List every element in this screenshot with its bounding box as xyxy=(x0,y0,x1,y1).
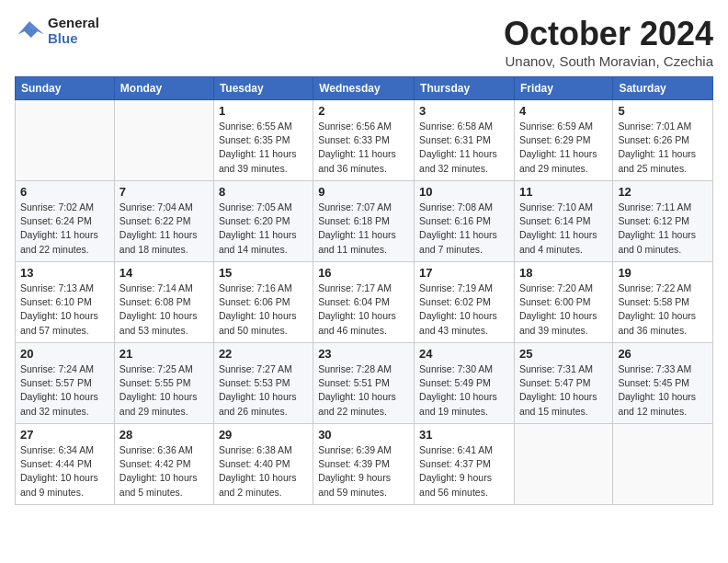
logo-text-line2: Blue xyxy=(48,30,99,46)
day-info: Sunrise: 7:04 AM Sunset: 6:22 PM Dayligh… xyxy=(119,201,209,257)
day-info: Sunrise: 7:31 AM Sunset: 5:47 PM Dayligh… xyxy=(519,362,608,419)
calendar-cell: 9Sunrise: 7:07 AM Sunset: 6:18 PM Daylig… xyxy=(313,181,415,262)
logo-icon xyxy=(15,17,44,43)
day-info: Sunrise: 7:25 AM Sunset: 5:55 PM Dayligh… xyxy=(119,362,209,419)
calendar-week-1: 1Sunrise: 6:55 AM Sunset: 6:35 PM Daylig… xyxy=(16,100,713,181)
calendar-cell: 22Sunrise: 7:27 AM Sunset: 5:53 PM Dayli… xyxy=(213,343,313,424)
day-number: 31 xyxy=(419,428,509,442)
calendar-cell xyxy=(514,424,612,505)
calendar-cell: 5Sunrise: 7:01 AM Sunset: 6:26 PM Daylig… xyxy=(613,100,713,181)
day-number: 2 xyxy=(318,104,409,118)
calendar-cell: 4Sunrise: 6:59 AM Sunset: 6:29 PM Daylig… xyxy=(514,100,612,181)
day-info: Sunrise: 6:39 AM Sunset: 4:39 PM Dayligh… xyxy=(318,443,409,500)
day-info: Sunrise: 7:11 AM Sunset: 6:12 PM Dayligh… xyxy=(618,201,708,257)
day-number: 28 xyxy=(119,428,209,442)
day-info: Sunrise: 6:56 AM Sunset: 6:33 PM Dayligh… xyxy=(318,120,409,176)
calendar-cell: 24Sunrise: 7:30 AM Sunset: 5:49 PM Dayli… xyxy=(415,343,515,424)
calendar-cell: 30Sunrise: 6:39 AM Sunset: 4:39 PM Dayli… xyxy=(313,424,415,505)
calendar-cell: 19Sunrise: 7:22 AM Sunset: 5:58 PM Dayli… xyxy=(613,262,713,343)
day-info: Sunrise: 7:22 AM Sunset: 5:58 PM Dayligh… xyxy=(618,282,708,338)
calendar-cell xyxy=(613,424,713,505)
day-info: Sunrise: 7:20 AM Sunset: 6:00 PM Dayligh… xyxy=(519,282,608,338)
calendar-week-2: 6Sunrise: 7:02 AM Sunset: 6:24 PM Daylig… xyxy=(16,181,713,262)
day-number: 19 xyxy=(618,266,708,280)
calendar-cell xyxy=(16,100,115,181)
day-number: 23 xyxy=(318,347,409,361)
month-title: October 2024 xyxy=(504,15,713,53)
weekday-header-friday: Friday xyxy=(514,77,612,100)
day-info: Sunrise: 7:28 AM Sunset: 5:51 PM Dayligh… xyxy=(318,362,409,419)
day-info: Sunrise: 6:38 AM Sunset: 4:40 PM Dayligh… xyxy=(219,443,308,500)
weekday-header-tuesday: Tuesday xyxy=(213,77,313,100)
day-info: Sunrise: 6:58 AM Sunset: 6:31 PM Dayligh… xyxy=(419,120,509,176)
page-header: General Blue October 2024 Unanov, South … xyxy=(15,15,713,69)
day-number: 14 xyxy=(119,266,209,280)
weekday-header-sunday: Sunday xyxy=(16,77,115,100)
day-info: Sunrise: 7:10 AM Sunset: 6:14 PM Dayligh… xyxy=(519,201,608,257)
day-number: 21 xyxy=(119,347,209,361)
calendar-cell: 23Sunrise: 7:28 AM Sunset: 5:51 PM Dayli… xyxy=(313,343,415,424)
day-number: 15 xyxy=(219,266,308,280)
day-info: Sunrise: 7:14 AM Sunset: 6:08 PM Dayligh… xyxy=(119,282,209,338)
day-info: Sunrise: 7:19 AM Sunset: 6:02 PM Dayligh… xyxy=(419,282,509,338)
calendar-cell: 21Sunrise: 7:25 AM Sunset: 5:55 PM Dayli… xyxy=(114,343,213,424)
calendar-cell: 27Sunrise: 6:34 AM Sunset: 4:44 PM Dayli… xyxy=(16,424,115,505)
day-number: 8 xyxy=(219,185,308,199)
calendar-cell: 6Sunrise: 7:02 AM Sunset: 6:24 PM Daylig… xyxy=(16,181,115,262)
calendar-cell: 28Sunrise: 6:36 AM Sunset: 4:42 PM Dayli… xyxy=(114,424,213,505)
calendar-cell: 31Sunrise: 6:41 AM Sunset: 4:37 PM Dayli… xyxy=(415,424,515,505)
calendar-cell: 26Sunrise: 7:33 AM Sunset: 5:45 PM Dayli… xyxy=(613,343,713,424)
day-number: 17 xyxy=(419,266,509,280)
weekday-header-wednesday: Wednesday xyxy=(313,77,415,100)
calendar-table: SundayMondayTuesdayWednesdayThursdayFrid… xyxy=(15,76,713,505)
day-number: 24 xyxy=(419,347,509,361)
day-info: Sunrise: 6:36 AM Sunset: 4:42 PM Dayligh… xyxy=(119,443,209,500)
day-info: Sunrise: 7:08 AM Sunset: 6:16 PM Dayligh… xyxy=(419,201,509,257)
calendar-cell: 18Sunrise: 7:20 AM Sunset: 6:00 PM Dayli… xyxy=(514,262,612,343)
calendar-cell xyxy=(114,100,213,181)
day-info: Sunrise: 7:05 AM Sunset: 6:20 PM Dayligh… xyxy=(219,201,308,257)
day-number: 11 xyxy=(519,185,608,199)
weekday-header-monday: Monday xyxy=(114,77,213,100)
logo-text-line1: General xyxy=(48,15,99,30)
weekday-header-thursday: Thursday xyxy=(415,77,515,100)
calendar-cell: 8Sunrise: 7:05 AM Sunset: 6:20 PM Daylig… xyxy=(213,181,313,262)
title-block: October 2024 Unanov, South Moravian, Cze… xyxy=(504,15,713,69)
calendar-cell: 17Sunrise: 7:19 AM Sunset: 6:02 PM Dayli… xyxy=(415,262,515,343)
calendar-cell: 25Sunrise: 7:31 AM Sunset: 5:47 PM Dayli… xyxy=(514,343,612,424)
day-info: Sunrise: 7:30 AM Sunset: 5:49 PM Dayligh… xyxy=(419,362,509,419)
day-number: 6 xyxy=(20,185,109,199)
day-number: 30 xyxy=(318,428,409,442)
day-info: Sunrise: 7:01 AM Sunset: 6:26 PM Dayligh… xyxy=(618,120,708,176)
day-info: Sunrise: 7:24 AM Sunset: 5:57 PM Dayligh… xyxy=(20,362,109,419)
day-number: 26 xyxy=(618,347,708,361)
calendar-week-4: 20Sunrise: 7:24 AM Sunset: 5:57 PM Dayli… xyxy=(16,343,713,424)
calendar-week-5: 27Sunrise: 6:34 AM Sunset: 4:44 PM Dayli… xyxy=(16,424,713,505)
day-info: Sunrise: 7:02 AM Sunset: 6:24 PM Dayligh… xyxy=(20,201,109,257)
day-info: Sunrise: 7:17 AM Sunset: 6:04 PM Dayligh… xyxy=(318,282,409,338)
day-info: Sunrise: 7:27 AM Sunset: 5:53 PM Dayligh… xyxy=(219,362,308,419)
day-number: 9 xyxy=(318,185,409,199)
day-number: 18 xyxy=(519,266,608,280)
day-number: 27 xyxy=(20,428,109,442)
day-info: Sunrise: 7:16 AM Sunset: 6:06 PM Dayligh… xyxy=(219,282,308,338)
location: Unanov, South Moravian, Czechia xyxy=(504,53,713,69)
weekday-header-row: SundayMondayTuesdayWednesdayThursdayFrid… xyxy=(16,77,713,100)
calendar-cell: 3Sunrise: 6:58 AM Sunset: 6:31 PM Daylig… xyxy=(415,100,515,181)
calendar-cell: 11Sunrise: 7:10 AM Sunset: 6:14 PM Dayli… xyxy=(514,181,612,262)
day-number: 10 xyxy=(419,185,509,199)
calendar-cell: 13Sunrise: 7:13 AM Sunset: 6:10 PM Dayli… xyxy=(16,262,115,343)
weekday-header-saturday: Saturday xyxy=(613,77,713,100)
day-number: 1 xyxy=(219,104,308,118)
day-info: Sunrise: 6:59 AM Sunset: 6:29 PM Dayligh… xyxy=(519,120,608,176)
day-number: 4 xyxy=(519,104,608,118)
calendar-cell: 2Sunrise: 6:56 AM Sunset: 6:33 PM Daylig… xyxy=(313,100,415,181)
day-number: 25 xyxy=(519,347,608,361)
calendar-cell: 14Sunrise: 7:14 AM Sunset: 6:08 PM Dayli… xyxy=(114,262,213,343)
day-number: 22 xyxy=(219,347,308,361)
day-number: 12 xyxy=(618,185,708,199)
day-number: 16 xyxy=(318,266,409,280)
day-number: 20 xyxy=(20,347,109,361)
logo: General Blue xyxy=(15,15,99,46)
day-info: Sunrise: 7:07 AM Sunset: 6:18 PM Dayligh… xyxy=(318,201,409,257)
